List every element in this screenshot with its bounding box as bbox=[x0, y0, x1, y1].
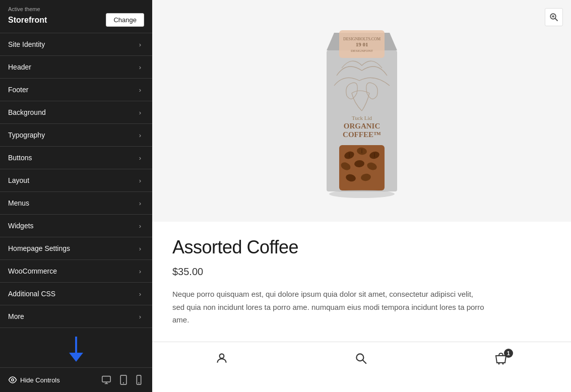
sidebar-item-typography[interactable]: Typography › bbox=[0, 124, 152, 147]
product-price: $35.00 bbox=[172, 266, 551, 278]
sidebar-item-site-identity[interactable]: Site Identity › bbox=[0, 33, 152, 56]
svg-point-37 bbox=[357, 354, 364, 361]
chevron-right-icon: › bbox=[136, 86, 144, 94]
cart-badge: 1 bbox=[504, 349, 513, 358]
sidebar-item-more[interactable]: More › bbox=[0, 305, 152, 328]
mobile-view-button[interactable] bbox=[134, 373, 144, 387]
cart-nav-item[interactable]: 1 bbox=[494, 352, 508, 368]
customizer-nav: Site Identity › Header › Footer › Backgr… bbox=[0, 33, 152, 367]
view-icons-group bbox=[99, 373, 144, 387]
svg-text:19 01: 19 01 bbox=[355, 41, 368, 47]
sidebar-item-label: Menus bbox=[8, 199, 136, 207]
chevron-right-icon: › bbox=[136, 176, 144, 184]
hide-controls-button[interactable]: Hide Controls bbox=[8, 375, 60, 384]
account-nav-item[interactable] bbox=[215, 352, 228, 368]
svg-text:DESIGNFONT: DESIGNFONT bbox=[351, 49, 373, 53]
eye-icon bbox=[8, 375, 17, 384]
tablet-view-button[interactable] bbox=[117, 373, 130, 387]
sidebar-item-buttons[interactable]: Buttons › bbox=[0, 147, 152, 169]
chevron-right-icon: › bbox=[136, 63, 144, 71]
zoom-button[interactable] bbox=[545, 8, 563, 26]
product-description: Neque porro quisquam est, qui dolore ips… bbox=[172, 288, 485, 326]
svg-point-35 bbox=[329, 190, 395, 198]
svg-text:ORGANIC: ORGANIC bbox=[343, 122, 380, 130]
account-icon bbox=[215, 352, 228, 368]
sidebar-item-additional-css[interactable]: Additional CSS › bbox=[0, 283, 152, 305]
chevron-right-icon: › bbox=[136, 40, 144, 48]
product-title: Assorted Coffee bbox=[172, 237, 551, 258]
svg-text:DESIGNBOLTS.COM: DESIGNBOLTS.COM bbox=[343, 37, 380, 41]
svg-point-39 bbox=[498, 363, 499, 365]
sidebar-item-label: WooCommerce bbox=[8, 267, 136, 275]
svg-line-38 bbox=[363, 360, 366, 364]
sidebar-item-homepage-settings[interactable]: Homepage Settings › bbox=[0, 237, 152, 260]
customizer-sidebar: Active theme Storefront Change Site Iden… bbox=[0, 0, 152, 392]
sidebar-item-widgets[interactable]: Widgets › bbox=[0, 215, 152, 237]
preview-frame: DESIGNBOLTS.COM 19 01 DESIGNFONT bbox=[152, 0, 571, 392]
sidebar-item-header[interactable]: Header › bbox=[0, 56, 152, 79]
svg-point-36 bbox=[220, 354, 224, 358]
chevron-right-icon: › bbox=[136, 312, 144, 320]
sidebar-footer: Hide Controls bbox=[0, 367, 152, 392]
sidebar-item-menus[interactable]: Menus › bbox=[0, 192, 152, 215]
chevron-right-icon: › bbox=[136, 290, 144, 298]
sidebar-item-label: Layout bbox=[8, 176, 136, 184]
product-image: DESIGNBOLTS.COM 19 01 DESIGNFONT bbox=[306, 15, 417, 207]
sidebar-item-label: Header bbox=[8, 63, 136, 71]
chevron-right-icon: › bbox=[136, 154, 144, 162]
svg-text:COFFEE™: COFFEE™ bbox=[343, 130, 381, 139]
svg-point-40 bbox=[502, 363, 503, 365]
chevron-right-icon: › bbox=[136, 244, 144, 252]
preview-content: DESIGNBOLTS.COM 19 01 DESIGNFONT bbox=[152, 0, 571, 392]
sidebar-item-label: More bbox=[8, 312, 136, 320]
active-theme-header: Active theme Storefront Change bbox=[0, 0, 152, 33]
sidebar-item-label: Buttons bbox=[8, 154, 136, 162]
sidebar-item-label: Additional CSS bbox=[8, 290, 136, 298]
sidebar-item-label: Site Identity bbox=[8, 40, 136, 48]
sidebar-item-label: Background bbox=[8, 108, 136, 116]
svg-rect-3 bbox=[102, 376, 110, 382]
sidebar-item-label: Widgets bbox=[8, 222, 136, 230]
sidebar-item-background[interactable]: Background › bbox=[0, 101, 152, 124]
active-theme-label: Active theme bbox=[8, 6, 144, 12]
chevron-right-icon: › bbox=[136, 131, 144, 139]
product-image-container: DESIGNBOLTS.COM 19 01 DESIGNFONT bbox=[152, 0, 571, 222]
desktop-view-button[interactable] bbox=[99, 373, 113, 386]
sidebar-item-woocommerce[interactable]: WooCommerce › bbox=[0, 260, 152, 283]
product-details: Assorted Coffee $35.00 Neque porro quisq… bbox=[152, 222, 571, 342]
svg-line-11 bbox=[555, 18, 557, 21]
hide-controls-label: Hide Controls bbox=[20, 376, 60, 384]
sidebar-item-label: Typography bbox=[8, 131, 136, 139]
chevron-right-icon: › bbox=[136, 267, 144, 275]
sidebar-item-label: Homepage Settings bbox=[8, 244, 136, 252]
chevron-right-icon: › bbox=[136, 108, 144, 116]
sidebar-item-layout[interactable]: Layout › bbox=[0, 169, 152, 192]
svg-point-2 bbox=[12, 379, 14, 381]
change-theme-button[interactable]: Change bbox=[106, 13, 144, 27]
search-icon bbox=[354, 352, 367, 368]
svg-text:Tuck Lid: Tuck Lid bbox=[351, 115, 372, 121]
active-theme-name: Storefront bbox=[8, 16, 47, 25]
sidebar-item-label: Footer bbox=[8, 86, 136, 94]
search-nav-item[interactable] bbox=[354, 352, 367, 368]
sidebar-item-footer[interactable]: Footer › bbox=[0, 79, 152, 101]
bottom-navigation: 1 bbox=[152, 342, 571, 376]
chevron-right-icon: › bbox=[136, 222, 144, 230]
chevron-right-icon: › bbox=[136, 199, 144, 207]
